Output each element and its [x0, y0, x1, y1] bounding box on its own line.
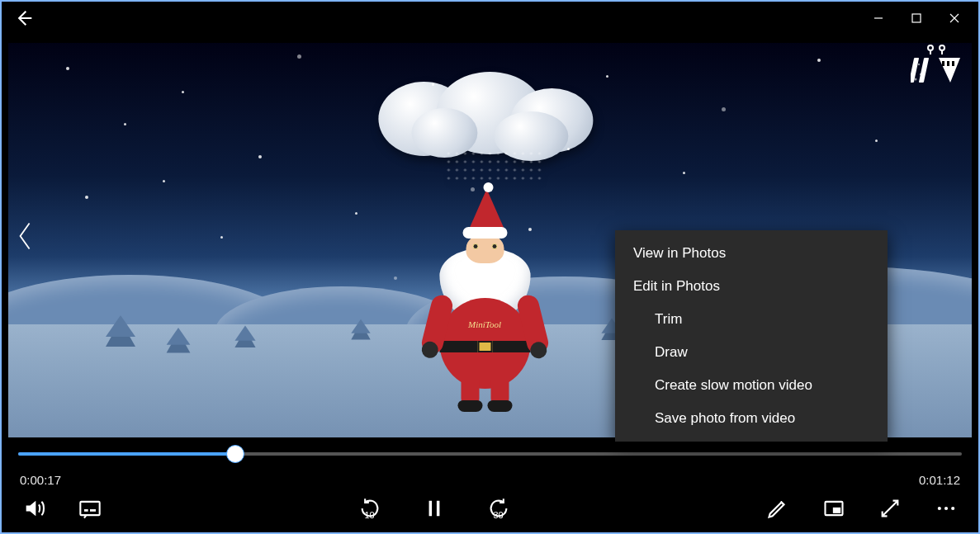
santa-belly-text: MiniTool — [439, 319, 530, 329]
subtitles-icon — [78, 497, 102, 520]
maximize-icon — [911, 12, 922, 24]
svg-point-13 — [916, 59, 918, 60]
skip-forward-label: 30 — [493, 510, 503, 520]
titlebar — [2, 2, 978, 35]
menu-save-photo[interactable]: Save photo from video — [615, 402, 888, 435]
previous-media-button[interactable] — [12, 214, 40, 258]
menu-create-slow-motion[interactable]: Create slow motion video — [615, 369, 888, 402]
svg-point-2 — [940, 45, 944, 50]
more-icon — [935, 497, 958, 520]
menu-trim[interactable]: Trim — [615, 303, 888, 336]
minimize-button[interactable] — [859, 5, 897, 31]
svg-rect-14 — [80, 502, 99, 515]
svg-rect-7 — [952, 61, 954, 66]
svg-rect-0 — [912, 14, 921, 22]
tree-decoration — [105, 315, 136, 357]
mini-view-button[interactable] — [820, 494, 848, 522]
maximize-button[interactable] — [897, 5, 935, 31]
tree-decoration — [351, 319, 372, 346]
close-icon — [949, 12, 960, 24]
fullscreen-button[interactable] — [876, 494, 904, 522]
pause-icon — [423, 497, 446, 520]
menu-view-in-photos[interactable]: View in Photos — [615, 237, 888, 270]
svg-point-9 — [920, 73, 921, 75]
svg-rect-5 — [942, 61, 944, 66]
svg-point-10 — [913, 69, 916, 71]
seek-bar[interactable] — [18, 442, 962, 466]
pencil-icon — [766, 497, 789, 520]
progress-track[interactable] — [18, 452, 962, 456]
svg-point-11 — [918, 64, 920, 65]
playback-controls: 10 30 — [2, 484, 978, 532]
svg-rect-4 — [919, 58, 929, 83]
chevron-left-icon — [17, 220, 35, 253]
svg-point-18 — [944, 507, 948, 510]
tree-decoration — [234, 326, 257, 355]
edit-context-menu: View in Photos Edit in Photos Trim Draw … — [615, 230, 888, 442]
svg-rect-16 — [833, 508, 840, 513]
progress-thumb[interactable] — [226, 445, 244, 463]
more-options-button[interactable] — [932, 494, 960, 522]
volume-button[interactable] — [20, 494, 48, 522]
svg-point-1 — [928, 45, 933, 50]
svg-point-17 — [938, 507, 941, 510]
edit-button[interactable] — [764, 494, 792, 522]
svg-point-12 — [923, 69, 925, 70]
svg-point-8 — [915, 78, 917, 81]
tree-decoration — [166, 328, 191, 361]
letterbox-top — [8, 35, 972, 43]
fullscreen-icon — [878, 497, 902, 520]
skip-back-label: 10 — [364, 510, 374, 520]
subtitles-button[interactable] — [76, 494, 104, 522]
volume-icon — [22, 497, 45, 520]
menu-draw[interactable]: Draw — [615, 336, 888, 369]
back-button[interactable] — [10, 4, 38, 32]
cloud-graphic — [370, 67, 601, 158]
minimize-icon — [873, 12, 884, 24]
progress-fill — [18, 452, 235, 456]
watermark-logo — [911, 43, 963, 87]
menu-edit-in-photos[interactable]: Edit in Photos — [615, 270, 888, 303]
play-pause-button[interactable] — [420, 494, 448, 522]
app-window: MiniTool — [0, 0, 980, 534]
skip-forward-button[interactable]: 30 — [485, 494, 513, 522]
svg-rect-6 — [947, 61, 949, 66]
svg-point-19 — [951, 507, 954, 510]
close-button[interactable] — [935, 5, 973, 31]
santa-figure: MiniTool — [431, 189, 538, 405]
skip-back-button[interactable]: 10 — [356, 494, 384, 522]
mini-view-icon — [822, 497, 845, 520]
arrow-left-icon — [12, 7, 36, 30]
